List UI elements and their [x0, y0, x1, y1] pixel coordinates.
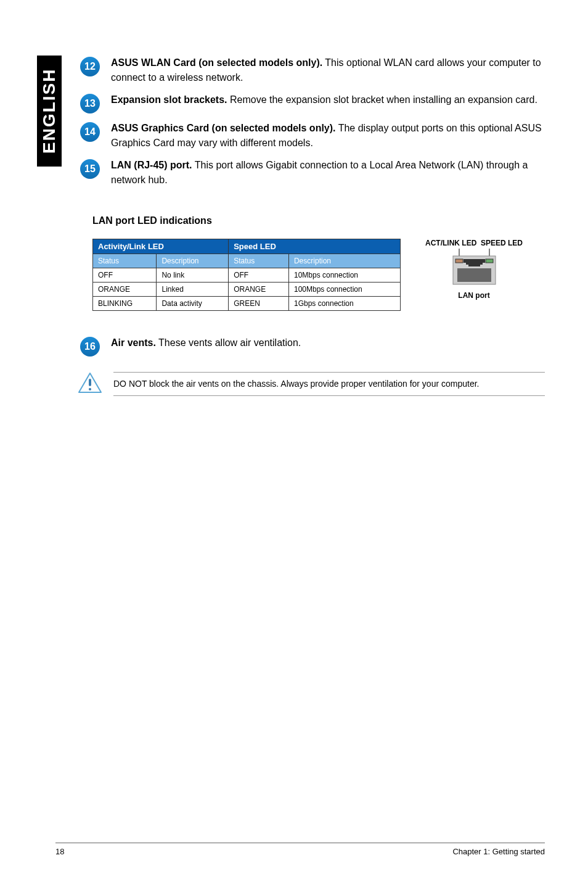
- lan-port-diagram: ACT/LINK LED SPEED LED LAN port: [425, 239, 523, 300]
- caution-text: DO NOT block the air vents on the chassi…: [113, 372, 545, 396]
- svg-rect-5: [457, 268, 491, 282]
- chapter-label: Chapter 1: Getting started: [452, 847, 545, 856]
- list-item: 13 Expansion slot brackets. Remove the e…: [80, 93, 545, 113]
- item-text: LAN (RJ-45) port. This port allows Gigab…: [111, 158, 545, 188]
- table-row: OFF No link OFF 10Mbps connection: [93, 268, 401, 283]
- lan-port-caption: LAN port: [425, 291, 523, 300]
- led-table: Activity/Link LED Speed LED Status Descr…: [92, 239, 401, 311]
- table-header: Activity/Link LED: [93, 239, 229, 254]
- caution-note: DO NOT block the air vents on the chassi…: [80, 372, 545, 396]
- act-link-label: ACT/LINK LED: [425, 239, 476, 247]
- caution-icon: [78, 372, 102, 394]
- svg-rect-6: [89, 379, 91, 386]
- table-subheader: Status: [93, 254, 157, 268]
- item-number-badge: 16: [80, 337, 100, 357]
- list-item: 12 ASUS WLAN Card (on selected models on…: [80, 56, 545, 85]
- table-row: BLINKING Data activity GREEN 1Gbps conne…: [93, 297, 401, 311]
- item-number-badge: 12: [80, 57, 100, 76]
- speed-led-label: SPEED LED: [481, 239, 523, 247]
- item-number-badge: 14: [80, 122, 100, 142]
- svg-rect-4: [486, 259, 493, 263]
- list-item: 15 LAN (RJ-45) port. This port allows Gi…: [80, 158, 545, 188]
- list-item: 16 Air vents. These vents allow air vent…: [80, 336, 545, 357]
- page-number: 18: [55, 847, 64, 856]
- item-text: ASUS Graphics Card (on selected models o…: [111, 121, 545, 151]
- svg-point-7: [89, 388, 91, 390]
- item-text: ASUS WLAN Card (on selected models only)…: [111, 56, 545, 85]
- table-subheader: Description: [157, 254, 229, 268]
- list-item: 14 ASUS Graphics Card (on selected model…: [80, 121, 545, 151]
- language-tab: ENGLISH: [37, 56, 62, 167]
- table-row: ORANGE Linked ORANGE 100Mbps connection: [93, 283, 401, 297]
- table-subheader: Description: [288, 254, 400, 268]
- item-number-badge: 15: [80, 159, 100, 179]
- table-header: Speed LED: [229, 239, 401, 254]
- lan-port-icon: [448, 249, 500, 286]
- item-text: Expansion slot brackets. Remove the expa…: [111, 93, 537, 113]
- page-footer: 18 Chapter 1: Getting started: [55, 843, 545, 856]
- main-content: 12 ASUS WLAN Card (on selected models on…: [80, 56, 545, 396]
- led-heading: LAN port LED indications: [92, 215, 545, 226]
- item-number-badge: 13: [80, 94, 100, 113]
- item-text: Air vents. These vents allow air ventila…: [111, 336, 301, 357]
- svg-rect-3: [455, 259, 463, 263]
- led-area: Activity/Link LED Speed LED Status Descr…: [92, 239, 545, 311]
- table-subheader: Status: [229, 254, 289, 268]
